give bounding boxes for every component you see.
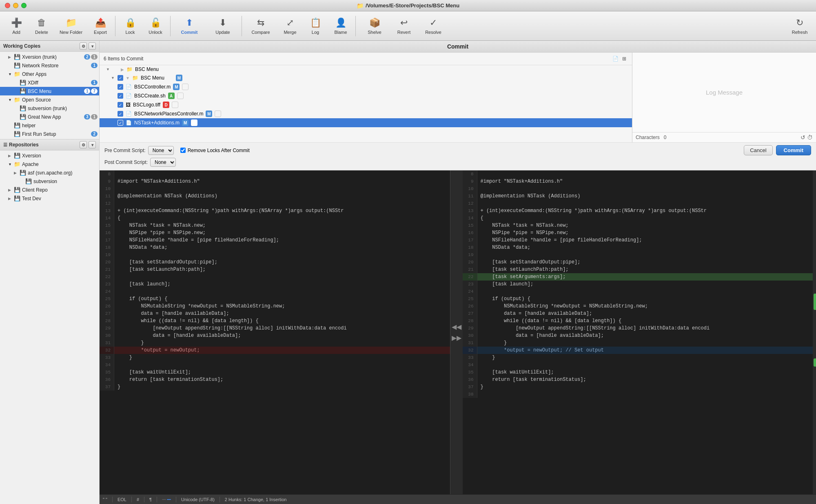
diff-next-button[interactable]: ▶▶ [452,334,461,342]
sidebar-item-first-run[interactable]: 💾 First Run Setup 2 [0,130,99,138]
post-commit-label: Post Commit Script: [104,159,148,165]
diff-line: 25 if (output) { [463,295,813,303]
commit-files-section: 6 Items to Commit 📄 ⊞ ▼ ▶ 📁 BSC Menu [100,53,816,142]
main-layout: Working Copies ⚙ ▾ ▶ 💾 Xversion (trunk) … [0,41,816,504]
pre-commit-select[interactable]: None [148,146,174,155]
line-content: } [477,339,813,347]
update-button[interactable]: ⬇ Update [206,13,239,39]
post-commit-select[interactable]: None [150,158,176,167]
file-icon-btn-2[interactable]: ⊞ [621,55,628,62]
sidebar-item-open-source[interactable]: ▼ 📁 Open Source [0,95,99,104]
close-button[interactable] [5,3,10,8]
pre-commit-select-wrap: None [148,146,174,155]
sidebar-item-test-dev[interactable]: ▶ 💾 Test Dev [0,194,99,203]
post-commit-select-wrap: None [150,158,176,167]
line-content: [task waitUntilExit]; [477,369,813,376]
sidebar-expand-button[interactable]: ▾ [89,42,96,50]
diff-prev-button[interactable]: ◀◀ [452,323,461,331]
sidebar-item-label: subversion [33,179,98,184]
file-checkbox[interactable]: ✓ [118,93,123,99]
badge-count2: 7 [91,88,98,94]
sidebar-item-client-repo[interactable]: ▶ 💾 Client Repo [0,186,99,194]
remove-locks-input[interactable] [180,148,186,153]
line-number: 16 [463,229,477,237]
status-hunks: 2 Hunks: 1 Change, 1 Insertion [225,497,287,502]
resolve-button[interactable]: ✓ Resolve [417,13,450,39]
sidebar-item-repos-xversion[interactable]: ▶ 💾 Xversion [0,151,99,160]
file-row[interactable]: ▼ ▶ 📁 BSC Menu [100,65,632,73]
line-content [114,185,450,192]
merge-button[interactable]: ⤢ Merge [278,13,302,39]
line-content: data = [handle availableData]; [114,310,450,317]
file-row[interactable]: ▼ ✓ ▼ 📁 BSC Menu M [100,73,632,82]
line-number: 23 [463,281,477,288]
remove-locks-checkbox[interactable]: Remove Locks After Commit [180,148,250,153]
commit-submit-button[interactable]: Commit [776,145,811,155]
sidebar-item-network-restore[interactable]: 💾 Network Restore 1 [0,61,99,70]
lock-button[interactable]: 🔒 Lock [118,13,142,39]
cancel-button[interactable]: Cancel [744,145,772,155]
chevron-icon: ▶ [8,188,12,192]
commit-actions: Cancel Commit [744,145,811,155]
line-number: 37 [100,383,114,391]
line-number: 32 [463,347,477,354]
delete-button[interactable]: 🗑 Delete [29,13,54,39]
revert-button[interactable]: ↩ Revert [392,13,416,39]
refresh-button[interactable]: ↻ Refresh [787,13,812,39]
commit-title: Commit [447,43,468,50]
file-icon-btn-1[interactable]: 📄 [612,55,619,62]
sidebar-item-apache[interactable]: ▼ 📁 Apache [0,160,99,168]
sidebar-item-label: Test Dev [22,196,98,201]
disk-icon: 💾 [20,105,26,111]
disk-icon: 💾 [25,178,32,184]
file-row[interactable]: ✓ 📄 BSCNetworkPlacesController.m M [100,109,632,118]
minimize-button[interactable] [13,3,18,8]
line-number: 33 [463,354,477,361]
diff-area: 89#import "NSTask+Additions.h"1011@imple… [100,170,816,494]
sidebar-item-other-apps[interactable]: ▼ 📁 Other Apps [0,70,99,78]
sidebar-item-great-new-app[interactable]: 💾 Great New App 3 1 [0,113,99,121]
redo-button[interactable]: ⏱ [807,134,813,141]
blame-button[interactable]: 👤 Blame [328,13,353,39]
export-button[interactable]: 📤 Export [88,13,113,39]
hash-label: # [137,497,139,502]
log-button[interactable]: 📋 Log [303,13,328,39]
sidebar-item-bsc-menu[interactable]: 💾 BSC Menu 1 7 [0,87,99,95]
sidebar-item-subversion[interactable]: 💾 subversion (trunk) [0,104,99,113]
file-checkbox[interactable]: ✓ [118,111,123,117]
line-number: 19 [463,251,477,259]
repos-expand-button[interactable]: ▾ [89,141,96,148]
status-divider3 [144,497,144,502]
compare-button[interactable]: ⇆ Compare [244,13,277,39]
unlock-label: Unlock [149,30,162,35]
line-number: 20 [463,259,477,266]
sidebar-item-helper[interactable]: 💾 helper [0,121,99,130]
file-checkbox[interactable]: ✓ [118,84,123,90]
new-folder-button[interactable]: 📁 New Folder [55,13,87,39]
diff-line: 12 [463,200,813,207]
sidebar-item-xdiff[interactable]: 💾 XDiff 1 [0,78,99,87]
diff-line: 20 [task setStandardOutput:pipe]; [100,259,450,266]
sidebar-item-subversion-repo[interactable]: 💾 subversion [0,177,99,186]
repos-gear-button[interactable]: ⚙ [80,141,87,148]
file-row[interactable]: ✓ 📄 BSCCreate.sh A [100,91,632,100]
file-checkbox[interactable]: ✓ [118,75,123,81]
file-badge-m: M [176,75,182,81]
badge-count: 2 [84,54,91,60]
shelve-button[interactable]: 📦 Shelve [358,13,391,39]
commit-button[interactable]: ⬆ Commit [173,13,206,39]
file-checkbox[interactable]: ✓ [118,120,123,126]
file-row[interactable]: ✓ 📄 NSTask+Additions.m M [100,118,632,127]
add-button[interactable]: ➕ Add [4,13,29,39]
undo-button[interactable]: ↺ [800,134,805,141]
file-row[interactable]: ✓ 📄 BSCController.m M [100,82,632,91]
diff-line: 14{ [100,214,450,222]
file-row[interactable]: ✓ 🖼 BSCLogo.tiff D [100,100,632,109]
file-checkbox[interactable]: ✓ [118,102,123,108]
sidebar-gear-button[interactable]: ⚙ [80,42,87,50]
maximize-button[interactable] [21,3,27,8]
line-number: 26 [100,303,114,310]
sidebar-item-asf[interactable]: ▶ 💾 asf (svn.apache.org) [0,168,99,177]
unlock-button[interactable]: 🔓 Unlock [143,13,168,39]
sidebar-item-xversion[interactable]: ▶ 💾 Xversion (trunk) 2 1 [0,53,99,61]
